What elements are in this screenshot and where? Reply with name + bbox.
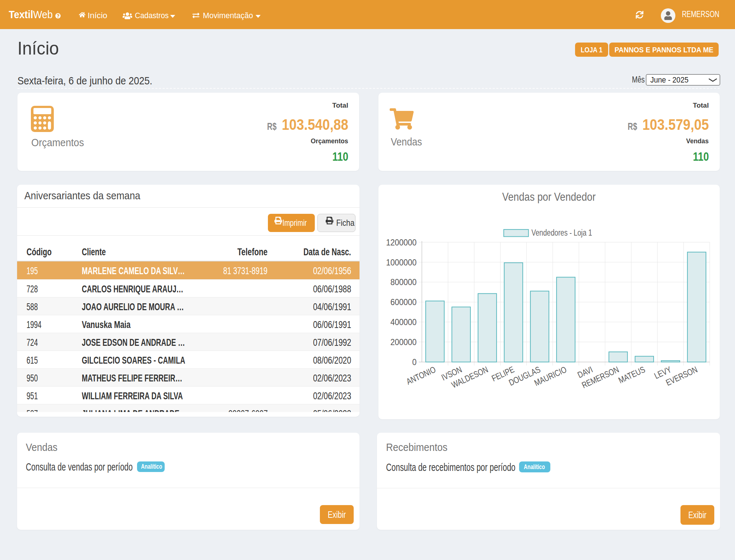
svg-text:400000: 400000 bbox=[390, 317, 417, 327]
svg-text:1000000: 1000000 bbox=[386, 257, 417, 267]
svg-text:MATEUS: MATEUS bbox=[617, 364, 647, 385]
svg-text:0: 0 bbox=[412, 357, 417, 367]
svg-text:1200000: 1200000 bbox=[386, 237, 417, 247]
svg-text:600000: 600000 bbox=[390, 297, 417, 307]
svg-text:200000: 200000 bbox=[390, 337, 417, 347]
svg-text:800000: 800000 bbox=[390, 277, 417, 287]
svg-text:Vendedores - Loja 1: Vendedores - Loja 1 bbox=[531, 228, 592, 238]
svg-text:ANTONIO: ANTONIO bbox=[405, 364, 437, 387]
